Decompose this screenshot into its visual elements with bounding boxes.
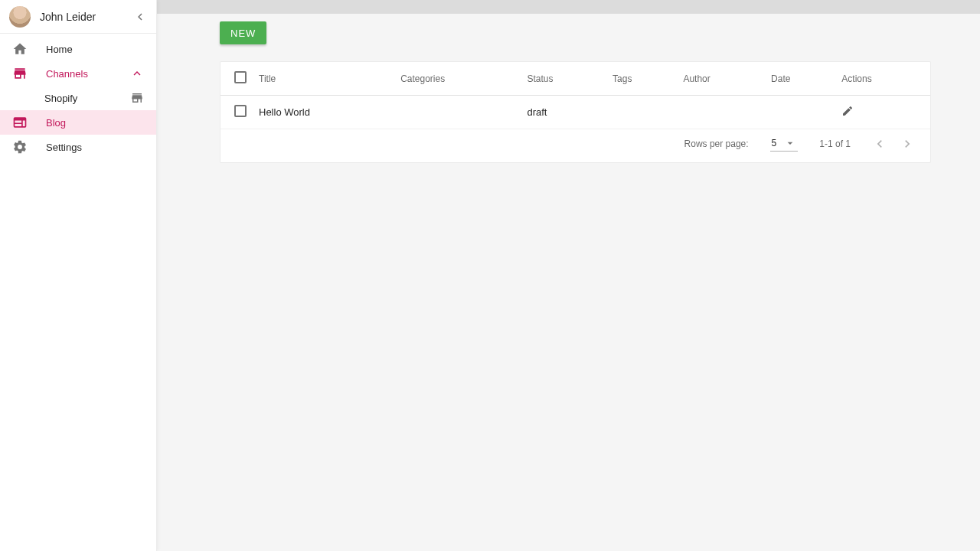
rows-per-page-select[interactable]: 5 (770, 135, 799, 152)
nav-list: Home Channels Shopify (0, 34, 156, 162)
header-actions: Actions (835, 62, 930, 96)
select-all-checkbox[interactable] (234, 71, 247, 83)
nav-item-label: Channels (46, 68, 88, 80)
cell-categories (394, 96, 521, 129)
header-tags[interactable]: Tags (606, 62, 677, 96)
topbar (157, 0, 980, 14)
avatar[interactable] (9, 6, 31, 28)
data-table-card: Title Categories Status Tags Author Date… (220, 61, 931, 163)
header-date[interactable]: Date (765, 62, 835, 96)
home-icon (12, 41, 28, 57)
dropdown-icon (784, 137, 796, 149)
chevron-right-icon (900, 136, 915, 152)
sidebar-header: John Leider (0, 0, 156, 34)
header-title[interactable]: Title (253, 62, 394, 96)
edit-button[interactable] (841, 105, 854, 117)
table-footer: Rows per page: 5 1-1 of 1 (220, 129, 930, 162)
nav-item-channels[interactable]: Channels (0, 61, 156, 86)
user-name: John Leider (40, 11, 124, 23)
table-header-row: Title Categories Status Tags Author Date… (220, 62, 930, 96)
gear-icon (12, 139, 28, 155)
chevron-left-icon (133, 10, 147, 24)
new-button[interactable]: NEW (220, 21, 266, 44)
store-icon (12, 66, 28, 81)
prev-page-button[interactable] (872, 136, 887, 152)
nav-item-blog[interactable]: Blog (0, 110, 156, 135)
data-table: Title Categories Status Tags Author Date… (220, 62, 930, 129)
nav-item-settings[interactable]: Settings (0, 135, 156, 159)
nav-item-label: Settings (46, 142, 82, 153)
rows-per-page-value: 5 (772, 138, 777, 148)
cell-tags (606, 96, 677, 129)
nav-item-label: Home (46, 44, 73, 55)
cell-title: Hello World (253, 96, 394, 129)
content: NEW Title Categories Status Tags Author … (157, 14, 980, 551)
header-status[interactable]: Status (521, 62, 606, 96)
storefront-icon (130, 91, 144, 105)
pagination-range: 1-1 of 1 (819, 139, 851, 149)
sidebar: John Leider Home Channels (0, 0, 157, 551)
table-row[interactable]: Hello World draft (220, 96, 930, 129)
nav-item-home[interactable]: Home (0, 37, 156, 61)
pager (872, 136, 915, 152)
nav-item-label: Shopify (44, 93, 77, 104)
cell-author (677, 96, 765, 129)
row-checkbox[interactable] (234, 105, 247, 117)
cell-status: draft (521, 96, 606, 129)
main: NEW Title Categories Status Tags Author … (157, 0, 980, 551)
nav-item-shopify[interactable]: Shopify (0, 86, 156, 110)
header-select-all (220, 62, 253, 96)
header-categories[interactable]: Categories (394, 62, 521, 96)
nav-item-label: Blog (46, 117, 66, 129)
pencil-icon (841, 105, 854, 117)
chevron-up-icon (130, 67, 144, 80)
web-icon (12, 115, 28, 130)
collapse-sidebar-button[interactable] (133, 10, 147, 24)
chevron-left-icon (872, 136, 887, 152)
rows-per-page-label: Rows per page: (684, 139, 749, 149)
cell-date (765, 96, 835, 129)
header-author[interactable]: Author (677, 62, 765, 96)
next-page-button[interactable] (900, 136, 915, 152)
cell-actions (835, 96, 930, 129)
